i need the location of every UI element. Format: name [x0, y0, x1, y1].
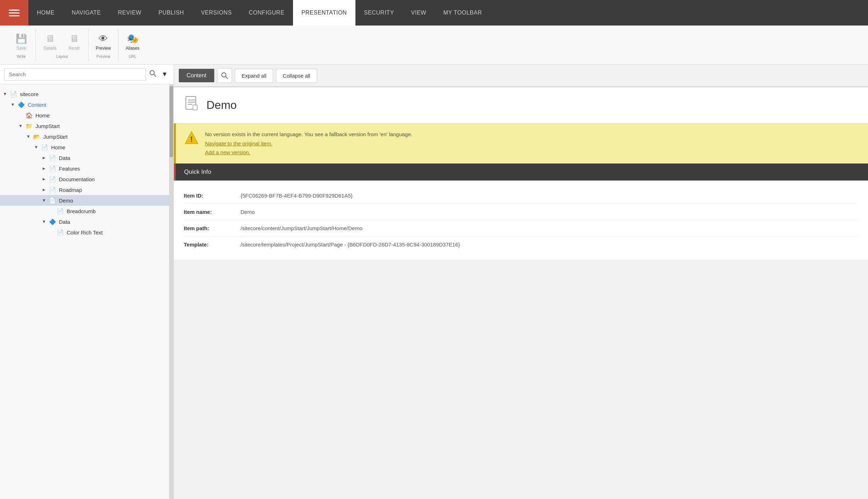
tree-item[interactable]: ▼🔷Content — [0, 99, 169, 110]
ribbon-reset-button[interactable]: 🖥 Reset — [63, 31, 85, 53]
search-bar: ▼ — [0, 65, 173, 84]
ribbon-group-preview: 👁 Preview Preview — [89, 29, 118, 61]
info-field-label: Item path: — [184, 225, 241, 231]
aliases-icon: 🎭 — [127, 33, 138, 44]
nav-home[interactable]: HOME — [28, 0, 63, 26]
save-icon: 💾 — [16, 33, 27, 44]
nav-navigate[interactable]: NAVIGATE — [63, 0, 110, 26]
tree-icon: 📄 — [48, 165, 57, 172]
tree-icon: 📄 — [48, 154, 57, 161]
tree-item[interactable]: ►📄Documentation — [0, 174, 169, 184]
page-header-icon — [184, 96, 199, 115]
tree-scrollbar[interactable] — [169, 84, 173, 499]
ribbon: 💾 Save Write 🖥 Details 🖥 Reset Layout 👁 … — [0, 26, 868, 65]
add-version-link[interactable]: Add a new version. — [205, 148, 412, 157]
ribbon-details-button[interactable]: 🖥 Details — [39, 31, 61, 53]
svg-text:!: ! — [190, 135, 193, 144]
ribbon-save-button[interactable]: 💾 Save — [11, 31, 32, 53]
main-layout: ▼ ▼📄sitecore▼🔷Content🏠Home▼📁JumpStart▼📂J… — [0, 65, 868, 499]
right-panel: Content Expand all Collapse all — [174, 65, 868, 499]
expand-all-button[interactable]: Expand all — [235, 69, 273, 83]
tree-icon: 📄 — [9, 90, 18, 98]
nav-configure[interactable]: CONFIGURE — [240, 0, 293, 26]
tree-label: Documentation — [59, 176, 95, 182]
ribbon-group-layout: 🖥 Details 🖥 Reset Layout — [36, 29, 89, 61]
nav-presentation[interactable]: PRESENTATION — [293, 0, 355, 26]
info-row: Template:/sitecore/templates/Project/Jum… — [184, 237, 858, 253]
svg-line-1 — [154, 74, 156, 77]
content-tab[interactable]: Content — [179, 69, 214, 82]
hamburger-button[interactable] — [0, 0, 28, 26]
page-title: Demo — [206, 99, 237, 112]
tree-arrow: ▼ — [42, 198, 48, 203]
tree-item[interactable]: ►📄Roadmap — [0, 184, 169, 195]
content-toolbar: Content Expand all Collapse all — [174, 65, 868, 87]
quick-info-header: Quick Info — [174, 163, 868, 181]
tree-item[interactable]: ▼📂JumpStart — [0, 131, 169, 142]
tree-container: ▼📄sitecore▼🔷Content🏠Home▼📁JumpStart▼📂Jum… — [0, 84, 169, 499]
page-header: Demo — [174, 87, 868, 123]
ribbon-preview-button[interactable]: 👁 Preview — [92, 31, 115, 53]
tree-item[interactable]: ▼📄sitecore — [0, 89, 169, 99]
content-search-icon — [221, 72, 228, 79]
info-table: Item ID:{5FC06269-BF7B-4EF4-B799-D90F929… — [174, 181, 868, 260]
details-label: Details — [44, 46, 57, 51]
tree-icon: 📄 — [48, 176, 57, 183]
tree-item[interactable]: ►📄Data — [0, 153, 169, 163]
tree-label: Data — [59, 219, 70, 225]
nav-publish[interactable]: PUBLISH — [150, 0, 193, 26]
warning-icon: ! — [184, 131, 199, 148]
hamburger-icon — [9, 8, 20, 18]
tree-item[interactable]: ►📄Features — [0, 163, 169, 174]
nav-security[interactable]: SECURITY — [355, 0, 403, 26]
tree-icon: 📄 — [48, 186, 57, 193]
reset-label: Reset — [68, 46, 79, 51]
top-nav-bar: HOME NAVIGATE REVIEW PUBLISH VERSIONS CO… — [0, 0, 868, 26]
tree-icon: 📄 — [56, 207, 65, 215]
nav-view[interactable]: VIEW — [403, 0, 435, 26]
search-dropdown-button[interactable]: ▼ — [160, 69, 169, 79]
tree-item[interactable]: 📄Color Rich Text — [0, 227, 169, 238]
nav-versions[interactable]: VERSIONS — [193, 0, 241, 26]
tree-icon: 📄 — [56, 229, 65, 236]
tree-arrow: ▼ — [3, 92, 9, 96]
info-field-label: Template: — [184, 242, 241, 248]
warning-text: No version exists in the current languag… — [205, 130, 412, 157]
tree-arrow: ► — [42, 177, 48, 182]
ribbon-preview-label: Preview — [96, 54, 110, 59]
tree-icon: 🔷 — [48, 218, 57, 225]
tree-label: Color Rich Text — [67, 229, 103, 235]
tree-item[interactable]: 📄Breadcrumb — [0, 206, 169, 216]
tree-label: Home — [35, 112, 50, 118]
preview-label: Preview — [96, 46, 111, 51]
info-field-value: {5FC06269-BF7B-4EF4-B799-D90F929D61A5} — [241, 193, 858, 199]
tree-arrow: ▼ — [42, 219, 48, 224]
tree-item[interactable]: 🏠Home — [0, 110, 169, 121]
info-field-value: /sitecore/templates/Project/JumpStart/Pa… — [241, 242, 858, 248]
tree-item[interactable]: ▼📄Home — [0, 142, 169, 153]
nav-mytoolbar[interactable]: MY TOOLBAR — [435, 0, 491, 26]
ribbon-aliases-button[interactable]: 🎭 Aliases — [122, 31, 143, 53]
svg-point-0 — [150, 71, 154, 75]
search-input[interactable] — [4, 68, 146, 81]
save-label: Save — [16, 46, 26, 51]
tree-label: Features — [59, 166, 80, 172]
tree-icon: 📄 — [40, 144, 49, 151]
content-search-button[interactable] — [217, 68, 232, 83]
nav-review[interactable]: REVIEW — [110, 0, 150, 26]
left-panel: ▼ ▼📄sitecore▼🔷Content🏠Home▼📁JumpStart▼📂J… — [0, 65, 174, 499]
tree-label: Data — [59, 155, 70, 161]
search-button[interactable] — [148, 68, 158, 80]
tree-arrow: ► — [42, 155, 48, 160]
tree-item[interactable]: ▼🔷Data — [0, 216, 169, 227]
ribbon-write-label: Write — [17, 54, 26, 59]
tree-label: sitecore — [20, 91, 39, 97]
svg-rect-8 — [193, 105, 197, 110]
collapse-all-button[interactable]: Collapse all — [276, 69, 317, 83]
tree-item[interactable]: ▼📁JumpStart — [0, 121, 169, 131]
tree-item[interactable]: ▼📄Demo — [0, 195, 169, 206]
reset-icon: 🖥 — [70, 33, 79, 44]
tree-arrow: ► — [42, 187, 48, 192]
tree-icon: 🔷 — [17, 101, 26, 108]
navigate-original-link[interactable]: Navigate to the original item. — [205, 139, 412, 148]
